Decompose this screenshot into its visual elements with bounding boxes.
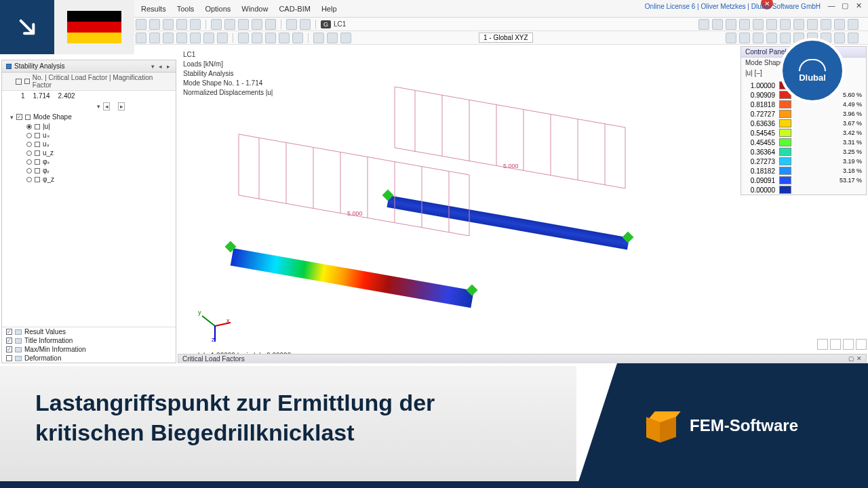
checkbox[interactable]: ✓ — [6, 346, 12, 352]
tree-leaf[interactable]: u_z — [2, 148, 176, 157]
menu-tools[interactable]: Tools — [172, 5, 200, 13]
menu-options[interactable]: Options — [199, 5, 236, 13]
tree-leaf[interactable]: φᵧ — [2, 166, 176, 175]
display-option[interactable]: ✓Result Values — [2, 327, 176, 336]
leaf-label: uₓ — [43, 131, 50, 139]
toolbar-icon[interactable] — [726, 33, 736, 43]
legend-value: 0.90909 — [745, 92, 775, 99]
toolbar-icon[interactable] — [224, 19, 235, 30]
toolbar-icon[interactable] — [834, 19, 845, 30]
radio[interactable] — [26, 124, 32, 129]
toolbar-icon[interactable] — [292, 33, 303, 43]
radio[interactable] — [26, 133, 32, 138]
toolbar-icon[interactable] — [698, 19, 709, 30]
toolbar-icon[interactable] — [252, 33, 262, 43]
toolbar-icon[interactable] — [726, 19, 736, 30]
option-label: Title Information — [24, 337, 73, 344]
radio[interactable] — [26, 142, 32, 147]
tree-leaf[interactable]: φ_z — [2, 175, 176, 184]
navigator-nav-icons[interactable]: ▾ ◂ ▸ — [151, 63, 172, 70]
checkbox[interactable] — [16, 79, 22, 85]
checkbox[interactable]: ✓ — [6, 338, 12, 344]
toolbar-icon[interactable] — [739, 33, 750, 43]
max-button[interactable]: ▢ — [838, 0, 852, 11]
row-nav[interactable]: ▾◂▸ — [2, 101, 176, 112]
toolbar-icon[interactable] — [190, 33, 201, 43]
display-option[interactable]: ✓Max/Min Information — [2, 345, 176, 354]
toolbar-icon[interactable] — [848, 33, 859, 43]
tree-leaf[interactable]: uₓ — [2, 131, 176, 140]
toolbar-icon[interactable] — [739, 19, 750, 30]
toolbar-icon[interactable] — [211, 19, 222, 30]
toolbar-icon[interactable] — [340, 33, 351, 43]
mini-tool-icon[interactable] — [856, 339, 867, 350]
toolbar-icon[interactable] — [780, 33, 791, 43]
toolbar-icon[interactable] — [793, 19, 804, 30]
coord-system-dropdown[interactable]: 1 - Global XYZ — [479, 33, 533, 43]
menu-cadbim[interactable]: CAD-BIM — [273, 5, 315, 13]
toolbar-icon[interactable] — [265, 19, 276, 30]
toolbar-icon[interactable] — [217, 33, 228, 43]
checkbox[interactable] — [6, 355, 12, 361]
toolbar-icon[interactable] — [149, 33, 160, 43]
legend-row: 0.727273.96 % — [741, 109, 866, 119]
mini-tool-icon[interactable] — [843, 339, 854, 350]
toolbar-icon[interactable] — [279, 33, 290, 43]
toolbar-icon[interactable] — [190, 19, 201, 30]
legend-value: 0.00000 — [745, 186, 775, 194]
toolbar-icon[interactable] — [252, 19, 262, 30]
tree-leaf[interactable]: uᵧ — [2, 140, 176, 148]
checkbox[interactable]: ✓ — [16, 114, 22, 120]
checkbox[interactable]: ✓ — [6, 329, 12, 335]
leaf-label: uᵧ — [43, 140, 50, 148]
toolbar-icon[interactable] — [766, 33, 777, 43]
toolbar-icon[interactable] — [766, 19, 777, 30]
tree-mode-shape[interactable]: ▾ ✓ Mode Shape — [2, 112, 176, 122]
menu-results[interactable]: Results — [136, 5, 172, 13]
tree-leaf[interactable]: |u| — [2, 122, 176, 131]
tree-leaf[interactable]: φₓ — [2, 157, 176, 166]
toolbar-icon[interactable] — [780, 19, 791, 30]
legend-value: 0.54545 — [745, 129, 775, 137]
radio[interactable] — [26, 150, 32, 156]
min-button[interactable]: — — [825, 0, 838, 11]
toolbar-icon[interactable] — [327, 33, 338, 43]
display-option[interactable]: Deformation — [2, 354, 176, 363]
close-button[interactable]: ✕ — [852, 0, 865, 11]
toolbar-icon[interactable] — [300, 19, 311, 30]
leaf-label: φ_z — [43, 176, 54, 183]
menu-help[interactable]: Help — [316, 5, 342, 13]
toolbar-icon[interactable] — [238, 19, 249, 30]
toolbar-icon[interactable] — [238, 33, 249, 43]
toolbar-icon[interactable] — [807, 19, 818, 30]
toolbar-icon[interactable] — [712, 19, 723, 30]
toolbar-icon[interactable] — [834, 33, 845, 43]
radio[interactable] — [26, 168, 32, 174]
toolbar-icon[interactable] — [313, 33, 324, 43]
toolbar-icon[interactable] — [265, 33, 276, 43]
toolbar-icon[interactable] — [176, 33, 187, 43]
display-option[interactable]: ✓Title Information — [2, 336, 176, 345]
mini-tool-icon[interactable] — [817, 339, 828, 350]
toolbar-icon[interactable] — [286, 19, 297, 30]
toolbar-icon[interactable] — [136, 33, 146, 43]
toolbar-icon[interactable] — [821, 19, 831, 30]
radio[interactable] — [26, 159, 32, 165]
toolbar-icon[interactable] — [149, 19, 160, 30]
toolbar-icon[interactable] — [753, 33, 764, 43]
color-box — [35, 168, 40, 174]
legend-swatch — [779, 138, 791, 146]
toolbar-icon[interactable] — [163, 33, 174, 43]
radio[interactable] — [26, 177, 32, 182]
toolbar-icon[interactable] — [176, 19, 187, 30]
legend-swatch — [779, 148, 791, 156]
toolbar-icon[interactable] — [753, 19, 764, 30]
toolbar-icon[interactable] — [848, 19, 859, 30]
mini-tool-icon[interactable] — [830, 339, 841, 350]
toolbar-icon[interactable] — [203, 33, 214, 43]
menu-window[interactable]: Window — [236, 5, 273, 13]
toolbar-icon[interactable] — [163, 19, 174, 30]
option-icon — [15, 347, 22, 352]
toolbar-icon[interactable] — [136, 19, 146, 30]
clf-row[interactable]: 1 1.714 2.402 — [2, 91, 176, 101]
